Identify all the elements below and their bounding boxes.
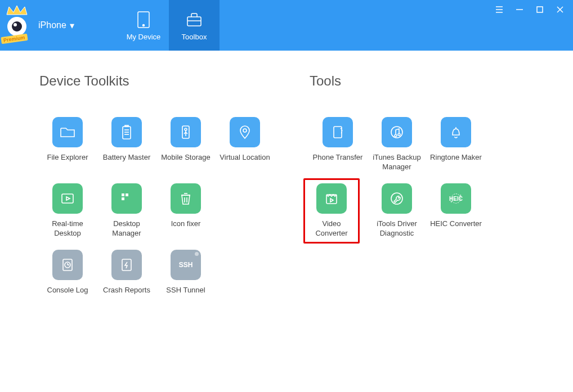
phone-transfer-icon — [323, 117, 353, 147]
tool-ringtone-maker[interactable]: Ringtone Maker — [428, 117, 484, 172]
svg-rect-20 — [62, 194, 73, 203]
clock-file-icon — [52, 250, 83, 280]
tool-label: SSH Tunnel — [166, 286, 205, 305]
music-note-icon — [382, 117, 412, 147]
main-content: Device Toolkits File Explorer Battery Ma… — [0, 51, 573, 316]
nav-label: My Device — [127, 33, 161, 41]
trash-icon — [171, 183, 201, 214]
svg-rect-2 — [187, 17, 201, 26]
tool-label: Battery Master — [103, 153, 151, 172]
nav-tabs: My Device Toolbox — [118, 0, 220, 51]
tool-file-explorer[interactable]: File Explorer — [39, 117, 96, 172]
tool-label: File Explorer — [47, 153, 88, 172]
svg-rect-12 — [125, 125, 128, 127]
tool-label: Crash Reports — [103, 286, 150, 305]
svg-point-37 — [391, 193, 402, 204]
svg-point-19 — [243, 129, 247, 132]
tool-label: Ringtone Maker — [430, 153, 482, 172]
section-title-tools: Tools — [310, 73, 501, 89]
device-toolkits-section: Device Toolkits File Explorer Battery Ma… — [39, 73, 276, 305]
toolbox-icon — [185, 10, 204, 29]
heic-icon: HEIC — [441, 183, 471, 214]
svg-rect-32 — [122, 259, 131, 271]
grid-icon — [111, 183, 142, 214]
toolkits-grid: File Explorer Battery Master Mobile Stor… — [39, 117, 276, 305]
lightning-file-icon — [111, 250, 142, 280]
svg-rect-8 — [537, 7, 543, 12]
nav-label: Toolbox — [182, 33, 207, 41]
tool-desktop-manager[interactable]: Desktop Manager — [99, 183, 155, 238]
svg-point-17 — [185, 128, 187, 130]
device-label: iPhone — [38, 20, 66, 30]
tool-label: Console Log — [47, 286, 88, 305]
tool-label: Virtual Location — [220, 153, 270, 172]
nav-my-device[interactable]: My Device — [118, 0, 169, 51]
ssh-icon: SSH — [171, 250, 201, 280]
battery-icon — [111, 117, 142, 147]
chevron-down-icon: ▾ — [70, 20, 74, 31]
tool-realtime-desktop[interactable]: Real-time Desktop — [39, 183, 96, 238]
play-icon — [52, 183, 83, 214]
tool-label: Icon fixer — [171, 219, 201, 238]
video-icon — [316, 183, 347, 214]
section-title-toolkits: Device Toolkits — [39, 73, 276, 89]
tool-driver-diagnostic[interactable]: iTools Driver Diagnostic — [369, 183, 425, 238]
svg-rect-21 — [122, 193, 124, 196]
tool-label: iTunes Backup Manager — [369, 153, 425, 172]
tool-icon-fixer[interactable]: Icon fixer — [158, 183, 214, 238]
tablet-icon — [134, 10, 153, 29]
folder-icon — [52, 117, 83, 147]
logo-area: Premium iPhone ▾ — [0, 0, 118, 51]
tool-label: Real-time Desktop — [39, 219, 96, 238]
svg-rect-22 — [126, 193, 128, 196]
tool-console-log[interactable]: Console Log — [39, 250, 96, 305]
tool-crash-reports[interactable]: Crash Reports — [99, 250, 155, 305]
wrench-icon — [382, 183, 412, 214]
tool-heic-converter[interactable]: HEIC HEIC Converter — [428, 183, 484, 238]
tools-grid: Phone Transfer iTunes Backup Manager Rin… — [310, 117, 501, 238]
tool-label: Desktop Manager — [99, 219, 155, 238]
tool-label: Phone Transfer — [313, 153, 363, 172]
nav-toolbox[interactable]: Toolbox — [169, 0, 220, 51]
crown-icon — [6, 4, 28, 17]
tool-label: Mobile Storage — [161, 153, 210, 172]
minimize-button[interactable] — [514, 4, 525, 15]
tool-label: HEIC Converter — [430, 219, 482, 238]
maximize-button[interactable] — [535, 4, 545, 15]
tool-label: iTools Driver Diagnostic — [369, 219, 425, 238]
tool-virtual-location[interactable]: Virtual Location — [217, 117, 273, 172]
usb-icon — [171, 117, 201, 147]
svg-rect-33 — [334, 127, 342, 138]
tool-phone-transfer[interactable]: Phone Transfer — [310, 117, 366, 172]
svg-rect-11 — [123, 127, 131, 139]
premium-badge: Premium — [1, 33, 28, 43]
svg-point-1 — [143, 24, 145, 26]
tool-ssh-tunnel[interactable]: SSH SSH Tunnel — [158, 250, 214, 305]
app-logo: Premium — [3, 10, 34, 41]
app-header: Premium iPhone ▾ My Device Toolbox — [0, 0, 573, 51]
svg-rect-23 — [122, 197, 124, 200]
location-pin-icon — [230, 117, 260, 147]
tool-label: Video Converter — [310, 219, 353, 238]
device-selector[interactable]: iPhone ▾ — [38, 20, 74, 31]
tool-itunes-backup[interactable]: iTunes Backup Manager — [369, 117, 425, 172]
tool-battery-master[interactable]: Battery Master — [99, 117, 155, 172]
tool-mobile-storage[interactable]: Mobile Storage — [158, 117, 214, 172]
bell-icon — [441, 117, 471, 147]
tool-video-converter[interactable]: Video Converter — [303, 178, 360, 244]
tools-section: Tools Phone Transfer iTunes Backup Manag… — [310, 73, 501, 305]
menu-icon[interactable] — [494, 4, 504, 15]
close-button[interactable] — [555, 4, 565, 15]
window-controls — [494, 4, 565, 15]
